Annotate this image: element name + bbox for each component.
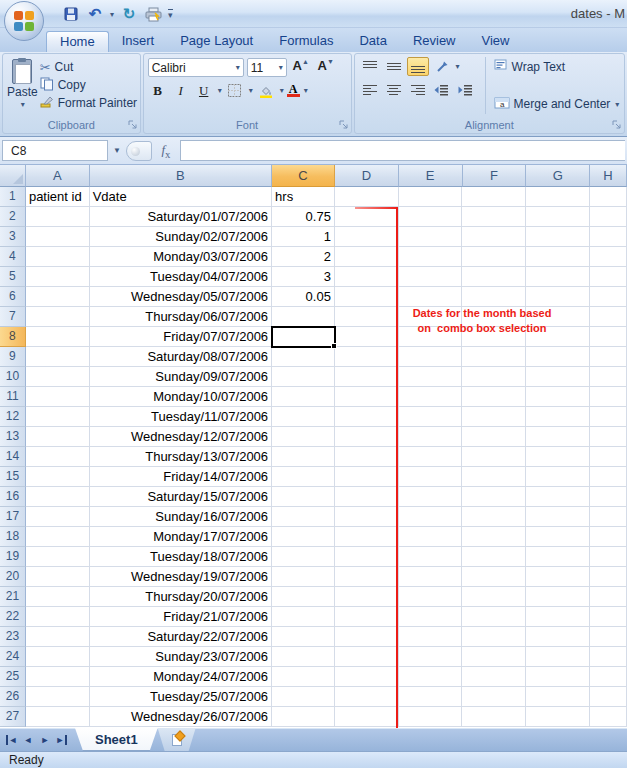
cell-A5[interactable]: [26, 267, 90, 287]
cell-C2[interactable]: 0.75: [272, 207, 335, 227]
cell-C19[interactable]: [272, 547, 335, 567]
align-left-button[interactable]: [359, 80, 381, 99]
cell-F27[interactable]: [462, 707, 526, 727]
cell-H22[interactable]: [590, 607, 627, 627]
row-header-11[interactable]: 11: [0, 387, 26, 407]
cell-A19[interactable]: [26, 547, 90, 567]
cell-E21[interactable]: [399, 587, 463, 607]
cell-H10[interactable]: [590, 367, 627, 387]
cell-B2[interactable]: Saturday/01/07/2006: [90, 207, 272, 227]
cell-H9[interactable]: [590, 347, 627, 367]
cell-H19[interactable]: [590, 547, 627, 567]
previous-sheet-icon[interactable]: ◄: [21, 735, 35, 745]
cell-C22[interactable]: [272, 607, 335, 627]
cell-D5[interactable]: [335, 267, 399, 287]
cell-A3[interactable]: [26, 227, 90, 247]
cell-E10[interactable]: [399, 367, 463, 387]
cell-E24[interactable]: [399, 647, 463, 667]
cell-A6[interactable]: [26, 287, 90, 307]
cell-B4[interactable]: Monday/03/07/2006: [90, 247, 272, 267]
cell-D11[interactable]: [335, 387, 399, 407]
cell-A10[interactable]: [26, 367, 90, 387]
paste-dropdown-icon[interactable]: ▾: [21, 100, 25, 109]
bold-button[interactable]: B: [148, 81, 168, 100]
cell-A22[interactable]: [26, 607, 90, 627]
orientation-button[interactable]: [431, 57, 453, 76]
cell-C23[interactable]: [272, 627, 335, 647]
cell-H12[interactable]: [590, 407, 627, 427]
cell-E4[interactable]: [399, 247, 463, 267]
format-painter-button[interactable]: Format Painter: [40, 94, 137, 112]
cell-H24[interactable]: [590, 647, 627, 667]
cell-A23[interactable]: [26, 627, 90, 647]
cell-B23[interactable]: Saturday/22/07/2006: [90, 627, 272, 647]
row-header-12[interactable]: 12: [0, 407, 26, 427]
merge-dropdown-icon[interactable]: ▾: [615, 100, 619, 109]
row-header-2[interactable]: 2: [0, 207, 26, 227]
cell-A18[interactable]: [26, 527, 90, 547]
tab-review[interactable]: Review: [400, 31, 469, 52]
cell-B16[interactable]: Saturday/15/07/2006: [90, 487, 272, 507]
cell-C12[interactable]: [272, 407, 335, 427]
cell-H4[interactable]: [590, 247, 627, 267]
cell-H16[interactable]: [590, 487, 627, 507]
cell-F21[interactable]: [462, 587, 526, 607]
cell-F18[interactable]: [462, 527, 526, 547]
cell-D14[interactable]: [335, 447, 399, 467]
cell-B24[interactable]: Sunday/23/07/2006: [90, 647, 272, 667]
decrease-indent-button[interactable]: [431, 80, 453, 99]
cell-C4[interactable]: 2: [272, 247, 335, 267]
cell-E1[interactable]: [399, 187, 463, 207]
cell-H14[interactable]: [590, 447, 627, 467]
cell-A7[interactable]: [26, 307, 90, 327]
row-header-4[interactable]: 4: [0, 247, 26, 267]
cell-H5[interactable]: [590, 267, 627, 287]
name-box-dropdown-icon[interactable]: ▼: [110, 146, 124, 155]
cell-B26[interactable]: Tuesday/25/07/2006: [90, 687, 272, 707]
cell-A16[interactable]: [26, 487, 90, 507]
cell-H23[interactable]: [590, 627, 627, 647]
cell-D3[interactable]: [335, 227, 399, 247]
cell-F22[interactable]: [462, 607, 526, 627]
decrease-font-size-button[interactable]: A▼: [315, 58, 337, 77]
cell-G15[interactable]: [526, 467, 590, 487]
column-header-h[interactable]: H: [590, 165, 627, 187]
cell-E6[interactable]: [399, 287, 463, 307]
cell-F10[interactable]: [462, 367, 526, 387]
bottom-align-button[interactable]: [407, 57, 429, 76]
column-header-c[interactable]: C: [272, 165, 335, 187]
cell-B18[interactable]: Monday/17/07/2006: [90, 527, 272, 547]
cell-G24[interactable]: [526, 647, 590, 667]
fill-color-dropdown-icon[interactable]: ▾: [280, 86, 284, 95]
cell-F13[interactable]: [462, 427, 526, 447]
cell-C10[interactable]: [272, 367, 335, 387]
row-header-15[interactable]: 15: [0, 467, 26, 487]
cell-B1[interactable]: Vdate: [90, 187, 272, 207]
select-all-corner[interactable]: [0, 165, 26, 187]
cell-B27[interactable]: Wednesday/26/07/2006: [90, 707, 272, 727]
cell-H25[interactable]: [590, 667, 627, 687]
cell-A20[interactable]: [26, 567, 90, 587]
cell-G12[interactable]: [526, 407, 590, 427]
sheet-tab-sheet1[interactable]: Sheet1: [75, 728, 158, 751]
cell-F9[interactable]: [462, 347, 526, 367]
underline-button[interactable]: U: [194, 81, 214, 100]
row-header-26[interactable]: 26: [0, 687, 26, 707]
name-box[interactable]: C8: [2, 140, 108, 161]
undo-dropdown-icon[interactable]: ▾: [110, 10, 114, 19]
cell-G13[interactable]: [526, 427, 590, 447]
insert-worksheet-tab[interactable]: [158, 728, 196, 751]
cell-B7[interactable]: Thursday/06/07/2006: [90, 307, 272, 327]
cell-C20[interactable]: [272, 567, 335, 587]
cell-D8[interactable]: [335, 327, 399, 347]
font-dialog-launcher-icon[interactable]: [339, 119, 348, 131]
cell-A11[interactable]: [26, 387, 90, 407]
cell-C27[interactable]: [272, 707, 335, 727]
align-right-button[interactable]: [407, 80, 429, 99]
cell-B21[interactable]: Thursday/20/07/2006: [90, 587, 272, 607]
alignment-dialog-launcher-icon[interactable]: [612, 119, 621, 131]
cell-A14[interactable]: [26, 447, 90, 467]
first-sheet-icon[interactable]: ◄: [6, 735, 18, 745]
cell-F24[interactable]: [462, 647, 526, 667]
cell-C3[interactable]: 1: [272, 227, 335, 247]
